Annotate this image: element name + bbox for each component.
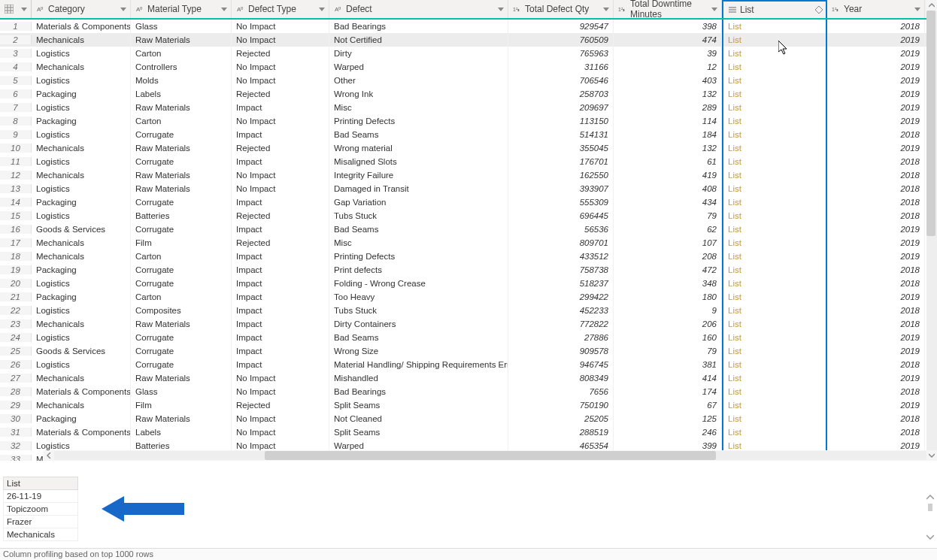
- cell-list[interactable]: List: [722, 74, 827, 87]
- table-row[interactable]: 22LogisticsCompositesImpactTubs Stuck452…: [0, 304, 937, 317]
- cell-defect[interactable]: Misc: [329, 101, 508, 114]
- cell-list[interactable]: List: [722, 250, 827, 263]
- row-number[interactable]: 16: [0, 225, 32, 234]
- table-row[interactable]: 13LogisticsRaw MaterialsNo ImpactDamaged…: [0, 182, 937, 195]
- cell-year[interactable]: 2019: [827, 250, 925, 263]
- cell-qty[interactable]: 433512: [508, 250, 614, 263]
- cell-qty[interactable]: 27886: [508, 331, 614, 344]
- cell-defect-type[interactable]: No Impact: [232, 60, 329, 74]
- cell-defect[interactable]: Bad Seams: [329, 222, 508, 236]
- cell-list[interactable]: List: [722, 222, 827, 236]
- cell-defect-type[interactable]: Impact: [232, 101, 329, 114]
- cell-downtime[interactable]: 39: [614, 47, 722, 60]
- cell-category[interactable]: Logistics: [32, 74, 131, 87]
- cell-list[interactable]: List: [722, 277, 827, 290]
- cell-list[interactable]: List: [722, 33, 827, 47]
- cell-downtime[interactable]: 408: [614, 182, 722, 195]
- cell-category[interactable]: Materials & Components: [32, 20, 131, 33]
- cell-list[interactable]: List: [722, 128, 827, 141]
- column-header-category[interactable]: Aᴮ Category: [32, 0, 131, 18]
- cell-list[interactable]: List: [722, 263, 827, 277]
- cell-qty[interactable]: 31166: [508, 60, 614, 74]
- cell-list[interactable]: List: [722, 371, 827, 385]
- cell-list[interactable]: List: [722, 425, 827, 439]
- table-row[interactable]: 21PackagingCartonImpactToo Heavy29942218…: [0, 290, 937, 304]
- cell-defect-type[interactable]: No Impact: [232, 371, 329, 385]
- cell-qty[interactable]: 113150: [508, 114, 614, 128]
- vertical-scrollbar[interactable]: [926, 0, 937, 461]
- row-number[interactable]: 7: [0, 103, 32, 112]
- cell-material[interactable]: Raw Materials: [131, 182, 232, 195]
- table-row[interactable]: 23MechanicalsRaw MaterialsImpactDirty Co…: [0, 317, 937, 331]
- cell-downtime[interactable]: 289: [614, 101, 722, 114]
- cell-defect[interactable]: Bad Seams: [329, 128, 508, 141]
- cell-year[interactable]: 2019: [827, 331, 925, 344]
- cell-list[interactable]: List: [722, 195, 827, 209]
- cell-defect[interactable]: Printing Defects: [329, 114, 508, 128]
- row-number[interactable]: 20: [0, 279, 32, 288]
- cell-downtime[interactable]: 107: [614, 236, 722, 250]
- table-row[interactable]: 4MechanicalsControllersNo ImpactWarped31…: [0, 60, 937, 74]
- cell-year[interactable]: 2018: [827, 182, 925, 195]
- cell-list[interactable]: List: [722, 385, 827, 398]
- detail-item[interactable]: Mechanicals: [3, 528, 78, 541]
- cell-category[interactable]: Goods & Services: [32, 344, 131, 358]
- cell-year[interactable]: 2018: [827, 385, 925, 398]
- cell-defect[interactable]: Split Seams: [329, 425, 508, 439]
- cell-defect[interactable]: Not Cleaned: [329, 412, 508, 425]
- detail-item[interactable]: Frazer: [3, 516, 78, 528]
- cell-qty[interactable]: 772822: [508, 317, 614, 331]
- cell-category[interactable]: Mechanicals: [32, 33, 131, 47]
- cell-material[interactable]: Glass: [131, 385, 232, 398]
- table-row[interactable]: 10MechanicalsRaw MaterialsRejectedWrong …: [0, 141, 937, 155]
- row-number[interactable]: 29: [0, 401, 32, 410]
- cell-year[interactable]: 2018: [827, 317, 925, 331]
- cell-downtime[interactable]: 434: [614, 195, 722, 209]
- cell-category[interactable]: Logistics: [32, 209, 131, 222]
- cell-list[interactable]: List: [722, 47, 827, 60]
- table-row[interactable]: 26LogisticsCorrugateImpactMaterial Handl…: [0, 358, 937, 371]
- cell-category[interactable]: Logistics: [32, 358, 131, 371]
- cell-material[interactable]: Corrugate: [131, 358, 232, 371]
- cell-defect[interactable]: Gap Variation: [329, 195, 508, 209]
- cell-list[interactable]: List: [722, 60, 827, 74]
- cell-material[interactable]: Labels: [131, 87, 232, 101]
- table-row[interactable]: 15LogisticsBatteriesRejectedTubs Stuck69…: [0, 209, 937, 222]
- cell-category[interactable]: Logistics: [32, 182, 131, 195]
- cell-defect-type[interactable]: Impact: [232, 250, 329, 263]
- cell-defect[interactable]: Wrong Ink: [329, 87, 508, 101]
- cell-downtime[interactable]: 246: [614, 425, 722, 439]
- row-number[interactable]: 30: [0, 414, 32, 423]
- cell-defect-type[interactable]: Impact: [232, 195, 329, 209]
- row-number[interactable]: 11: [0, 157, 32, 166]
- cell-defect-type[interactable]: No Impact: [232, 114, 329, 128]
- cell-downtime[interactable]: 132: [614, 141, 722, 155]
- cell-qty[interactable]: 758738: [508, 263, 614, 277]
- cell-qty[interactable]: 355045: [508, 141, 614, 155]
- cell-material[interactable]: Corrugate: [131, 344, 232, 358]
- table-row[interactable]: 31Materials & ComponentsLabelsNo ImpactS…: [0, 425, 937, 439]
- cell-material[interactable]: Raw Materials: [131, 371, 232, 385]
- table-row[interactable]: 18MechanicalsCartonImpactPrinting Defect…: [0, 250, 937, 263]
- cell-year[interactable]: 2018: [827, 412, 925, 425]
- cell-category[interactable]: Logistics: [32, 155, 131, 168]
- cell-year[interactable]: 2018: [827, 20, 925, 33]
- cell-defect-type[interactable]: No Impact: [232, 182, 329, 195]
- cell-year[interactable]: 2019: [827, 344, 925, 358]
- cell-year[interactable]: 2019: [827, 60, 925, 74]
- table-row[interactable]: 8PackagingCartonNo ImpactPrinting Defect…: [0, 114, 937, 128]
- cell-category[interactable]: Packaging: [32, 290, 131, 304]
- row-number[interactable]: 3: [0, 49, 32, 58]
- detail-vertical-scrollbar[interactable]: [926, 495, 935, 541]
- cell-material[interactable]: Carton: [131, 250, 232, 263]
- cell-category[interactable]: Logistics: [32, 47, 131, 60]
- cell-downtime[interactable]: 208: [614, 250, 722, 263]
- cell-category[interactable]: Logistics: [32, 304, 131, 317]
- cell-year[interactable]: 2018: [827, 277, 925, 290]
- cell-list[interactable]: List: [722, 304, 827, 317]
- cell-defect[interactable]: Bad Seams: [329, 331, 508, 344]
- row-number[interactable]: 13: [0, 184, 32, 193]
- table-row[interactable]: 6PackagingLabelsRejectedWrong Ink2587031…: [0, 87, 937, 101]
- cell-year[interactable]: 2018: [827, 195, 925, 209]
- cell-material[interactable]: Corrugate: [131, 263, 232, 277]
